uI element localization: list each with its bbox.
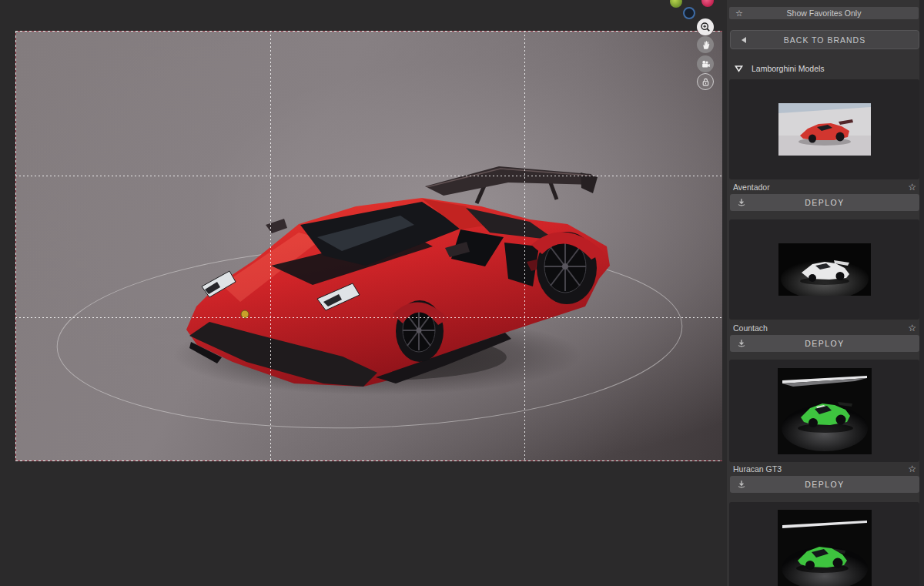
- selection-marquee-top: [15, 31, 723, 32]
- back-to-brands-label: BACK TO BRANDS: [731, 35, 919, 45]
- axis-gizmo-blue-ball[interactable]: [683, 7, 695, 19]
- show-favorites-toggle[interactable]: ☆ Show Favorites Only: [729, 7, 919, 19]
- section-header-label: Lamborghini Models: [752, 64, 825, 73]
- model-label-row: Huracan GT3 ☆: [733, 464, 916, 474]
- huracan-gt3-thumbnail[interactable]: [778, 368, 872, 454]
- back-to-brands-button[interactable]: BACK TO BRANDS: [730, 30, 919, 49]
- model-card-partial[interactable]: [729, 502, 919, 586]
- viewport-canvas[interactable]: [15, 31, 723, 461]
- camera-icon: [700, 59, 711, 70]
- magnifier-icon: [699, 21, 711, 33]
- guide-line-horizontal-1: [15, 176, 723, 176]
- deploy-label: DEPLOY: [730, 480, 919, 489]
- model-label-row: Aventador ☆: [733, 182, 916, 192]
- model-name: Countach: [733, 323, 908, 333]
- model-name: Aventador: [733, 182, 908, 192]
- model-name: Huracan GT3: [733, 464, 908, 474]
- back-arrow-icon: [741, 36, 747, 44]
- guide-line-vertical-1: [270, 31, 271, 461]
- model-label-row: Countach ☆: [733, 323, 916, 333]
- download-icon: [737, 198, 746, 207]
- section-header-lamborghini-models[interactable]: Lamborghini Models: [727, 60, 924, 77]
- favorite-star-icon[interactable]: ☆: [908, 182, 916, 192]
- model-card-huracan-gt3[interactable]: [729, 360, 919, 462]
- models-sidebar: ☆ Show Favorites Only BACK TO BRANDS Lam…: [727, 0, 924, 586]
- deploy-label: DEPLOY: [730, 198, 919, 207]
- model-card-aventador[interactable]: [729, 79, 919, 179]
- car-scene-render: [15, 31, 723, 461]
- lock-icon: [700, 76, 711, 88]
- selection-marquee-bottom: [15, 460, 723, 461]
- deploy-label: DEPLOY: [730, 339, 919, 348]
- deploy-button-countach[interactable]: DEPLOY: [730, 335, 919, 352]
- side-mirror-left: [266, 219, 287, 233]
- download-icon: [737, 339, 746, 348]
- car-rear-wing: [425, 166, 598, 203]
- model-thumbnail-partial[interactable]: [778, 510, 872, 586]
- aventador-thumbnail[interactable]: [778, 103, 871, 156]
- star-icon: ☆: [735, 9, 743, 18]
- download-icon: [737, 480, 746, 489]
- countach-thumbnail[interactable]: [778, 243, 871, 296]
- favorite-star-icon[interactable]: ☆: [908, 323, 916, 333]
- camera-tool-button[interactable]: [697, 55, 714, 72]
- favorite-star-icon[interactable]: ☆: [908, 464, 916, 474]
- show-favorites-label: Show Favorites Only: [729, 8, 919, 18]
- guide-line-vertical-2: [524, 31, 525, 461]
- axis-gizmo-green-ball[interactable]: [670, 0, 682, 8]
- deploy-button-aventador[interactable]: DEPLOY: [730, 194, 919, 211]
- hand-icon: [700, 39, 711, 51]
- model-card-countach[interactable]: [729, 219, 919, 320]
- zoom-tool-button[interactable]: [697, 18, 714, 35]
- guide-line-horizontal-2: [15, 317, 723, 318]
- deploy-button-huracan-gt3[interactable]: DEPLOY: [730, 476, 919, 493]
- sidebar-scrollbar[interactable]: [919, 0, 924, 586]
- lock-tool-button[interactable]: [697, 73, 714, 90]
- collapse-triangle-icon: [734, 65, 744, 73]
- selection-marquee-left: [15, 31, 16, 461]
- axis-gizmo-red-ball[interactable]: [701, 0, 714, 7]
- pan-tool-button[interactable]: [697, 36, 714, 53]
